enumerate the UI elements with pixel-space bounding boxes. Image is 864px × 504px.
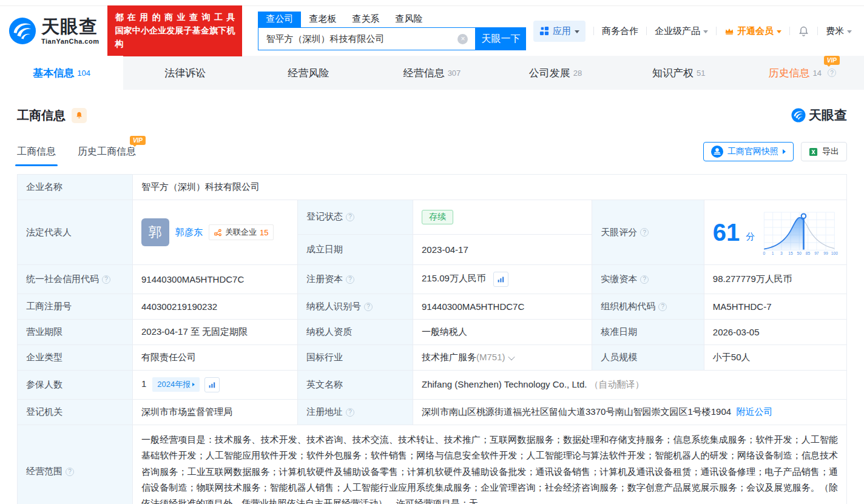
username-label: 费米 — [826, 25, 844, 37]
svg-text:100: 100 — [831, 251, 838, 255]
nav-enterprise-products[interactable]: 企业级产品 — [655, 25, 708, 37]
tab-label: 基本信息 — [33, 66, 74, 80]
legal-rep-name-link[interactable]: 郭彦东 — [175, 227, 203, 238]
score-value: 61 — [713, 220, 740, 244]
header-nav: 应用 商务合作 企业级产品 开通会员 — [533, 21, 852, 42]
annual-report-badge[interactable]: 2024年报 — [152, 377, 200, 392]
tab-basic-info[interactable]: 基本信息 104 — [0, 56, 123, 90]
field-value-tyc-score: 61 分 — [704, 200, 846, 265]
help-icon[interactable]: ? — [640, 228, 649, 237]
search-tab-relation[interactable]: 查关系 — [344, 12, 387, 27]
field-value-taxpayer-quality: 一般纳税人 — [413, 320, 592, 345]
field-label-business-term: 营业期限 — [18, 320, 133, 345]
subtab-history-business-info[interactable]: VIP 历史工商信息 — [78, 146, 136, 166]
table-row: 法定代表人 郭 郭彦东 关联企业 — [18, 200, 847, 235]
related-count: 15 — [260, 228, 268, 237]
insured-chart-icon-button[interactable] — [204, 377, 220, 392]
nav-cooperation[interactable]: 商务合作 — [602, 25, 638, 37]
chevron-down-icon — [703, 30, 708, 33]
tab-company-development[interactable]: 公司发展 28 — [494, 56, 617, 90]
arrow-right-icon — [192, 383, 195, 386]
arrow-right-icon — [783, 149, 786, 154]
cooperation-label: 商务合作 — [602, 25, 638, 37]
nearby-companies-link[interactable]: 附近公司 — [736, 406, 772, 417]
svg-text:50: 50 — [797, 251, 802, 255]
svg-text:0: 0 — [763, 251, 766, 255]
search-button[interactable]: 天眼一下 — [475, 27, 526, 50]
field-value-english-name: Zhifang (Shenzhen) Technology Co., Ltd. … — [413, 371, 847, 400]
excel-icon — [809, 147, 818, 156]
tab-legal-proceedings[interactable]: 法律诉讼 — [123, 56, 246, 90]
export-label: 导出 — [822, 146, 839, 157]
field-label-reg-status: 登记状态? — [298, 200, 413, 235]
field-value-staff-size: 小于50人 — [704, 345, 846, 371]
subtab-business-info[interactable]: 工商信息 — [17, 146, 56, 166]
field-label-reg-address: 注册地址? — [298, 400, 413, 425]
tab-operating-info[interactable]: 经营信息 307 — [370, 56, 493, 90]
help-icon[interactable]: ? — [828, 69, 836, 77]
watermark-text: 天眼查 — [809, 107, 847, 124]
tab-count: 51 — [697, 69, 705, 78]
field-label-approval-date: 核准日期 — [592, 320, 704, 345]
search-area: 查公司 查老板 查关系 查风险 × 天眼一下 — [258, 12, 526, 50]
brand-domain: TianYanCha.com — [41, 38, 99, 45]
search-tab-boss[interactable]: 查老板 — [301, 12, 344, 27]
field-label-reg-capital: 注册资本? — [298, 265, 413, 294]
field-value-reg-status: 存续 — [413, 200, 592, 235]
avatar[interactable]: 郭 — [141, 218, 169, 246]
help-icon[interactable]: ? — [66, 468, 74, 476]
table-row: 企业名称 智平方（深圳）科技有限公司 — [18, 175, 847, 200]
export-button[interactable]: 导出 — [801, 142, 847, 161]
apps-menu-button[interactable]: 应用 — [533, 21, 586, 42]
business-info-table: 企业名称 智平方（深圳）科技有限公司 法定代表人 郭 郭彦东 — [17, 174, 847, 504]
help-icon[interactable]: ? — [346, 213, 354, 221]
subscribe-bell-button[interactable] — [72, 108, 87, 123]
nav-user-menu[interactable]: 费米 — [826, 25, 852, 37]
field-label-staff-size: 人员规模 — [592, 345, 704, 371]
help-icon[interactable]: ? — [102, 275, 110, 284]
nav-open-vip[interactable]: 开通会员 — [724, 25, 781, 37]
field-label-taxpayer-id: 纳税人识别号? — [298, 294, 413, 320]
svg-text:85: 85 — [806, 251, 811, 255]
page: 天眼查 TianYanCha.com 都在用的商业查询工具 国家中小企业发展子基… — [0, 0, 864, 504]
help-icon[interactable]: ? — [658, 303, 667, 311]
tab-operating-risk[interactable]: 经营风险 — [247, 56, 370, 90]
related-companies-badge[interactable]: 关联企业 15 — [209, 224, 274, 240]
table-row: 登记机关 深圳市市场监督管理局 注册地址? 深圳市南山区桃源街道福光社区留仙大道… — [18, 400, 847, 425]
bar-chart-icon — [497, 275, 505, 283]
capital-chart-icon-button[interactable] — [493, 272, 508, 287]
field-label-credit-code: 统一社会信用代码? — [18, 265, 133, 294]
official-snapshot-button[interactable]: 工商官网快照 — [703, 142, 794, 161]
field-label-industry: 国标行业 — [298, 345, 413, 371]
help-icon[interactable]: ? — [364, 303, 373, 311]
bell-icon — [75, 111, 83, 119]
enterprise-label: 企业级产品 — [655, 25, 700, 37]
tab-history-info[interactable]: VIP 历史信息 14 ? — [741, 56, 864, 90]
chevron-down-icon[interactable] — [508, 354, 515, 360]
promo-banner: 都在用的商业查询工具 国家中小企业发展子基金旗下机构 — [107, 5, 242, 56]
tianyancha-logo-icon — [8, 17, 36, 45]
field-label-paid-capital: 实缴资本? — [592, 265, 704, 294]
notification-bell[interactable] — [798, 25, 809, 37]
search-input[interactable] — [258, 27, 475, 50]
field-label-insured-count: 参保人数 — [18, 371, 133, 400]
chevron-down-icon — [847, 30, 852, 33]
help-icon[interactable]: ? — [346, 275, 354, 284]
apps-label: 应用 — [553, 25, 571, 37]
vip-badge: VIP — [130, 136, 146, 145]
help-icon[interactable]: ? — [640, 275, 649, 284]
svg-text:15: 15 — [789, 251, 794, 255]
search-tab-company[interactable]: 查公司 — [258, 12, 301, 27]
field-value-legal-rep: 郭 郭彦东 关联企业 15 — [133, 200, 298, 265]
stamp-icon — [711, 146, 723, 158]
promo-line2: 国家中小企业发展子基金旗下机构 — [115, 24, 235, 50]
tab-intellectual-property[interactable]: 知识产权 51 — [617, 56, 740, 90]
search-tab-risk[interactable]: 查风险 — [387, 12, 430, 27]
help-icon[interactable]: ? — [346, 408, 354, 417]
company-tabbar: 基本信息 104 法律诉讼 经营风险 经营信息 307 公司发展 28 知识产权 — [0, 56, 864, 90]
snapshot-label: 工商官网快照 — [727, 146, 778, 157]
vip-badge: VIP — [824, 56, 840, 65]
table-row: 企业类型 有限责任公司 国标行业 技术推广服务(M751) 人员规模 小于50人 — [18, 345, 847, 371]
field-label-org-code: 组织机构代码? — [592, 294, 704, 320]
tianyancha-logo[interactable]: 天眼查 TianYanCha.com — [8, 17, 99, 45]
